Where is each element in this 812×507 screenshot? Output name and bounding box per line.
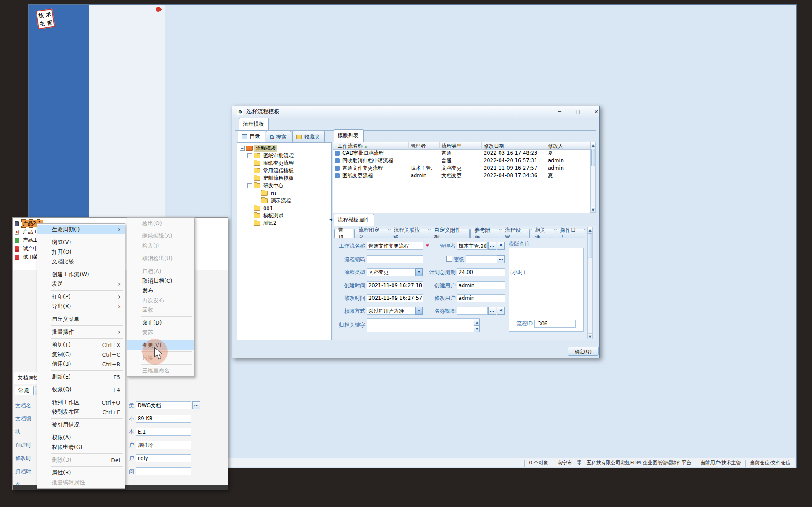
props-inner-tab[interactable]: 流程关联模板	[390, 229, 430, 238]
dialog-tree-expander[interactable]	[247, 183, 252, 188]
submenu-item[interactable]: 取消归档(C)	[127, 276, 194, 286]
menu-item[interactable]: 被引用情况	[37, 420, 125, 430]
doc-prop-picker[interactable]: …	[192, 401, 200, 409]
dialog-tree-item[interactable]: 定制流程模板	[238, 175, 331, 182]
flow-id-field[interactable]: -306	[534, 320, 576, 328]
menu-item[interactable]: 刷新(E) F5	[37, 372, 125, 382]
dialog-tree-item[interactable]: 研发中心	[238, 182, 331, 190]
menu-item[interactable]	[37, 452, 125, 455]
menu-item[interactable]: 导出(X)	[37, 302, 125, 311]
nameview-field[interactable]	[457, 307, 488, 315]
menu-item[interactable]: 批量操作	[37, 327, 125, 337]
collapse-left-icon[interactable]: ◀	[329, 217, 332, 222]
menu-item[interactable]: 自定义菜单	[37, 314, 125, 324]
menu-item[interactable]: 文档比较	[37, 257, 125, 266]
template-list-tab[interactable]: 模版列表	[334, 129, 364, 142]
menu-item[interactable]: 打开(O)	[37, 247, 125, 257]
dialog-panel-tab[interactable]: 目录	[238, 130, 265, 142]
doc-prop-value[interactable]: 施桂玲	[136, 441, 191, 449]
col-flowtype[interactable]: 流程类型	[440, 142, 482, 150]
menu-item[interactable]: 批量编辑属性	[37, 478, 125, 487]
doc-prop-value[interactable]: 89 KB	[136, 415, 191, 423]
menu-item[interactable]	[37, 311, 125, 314]
props-inner-tab[interactable]: 操作日志	[556, 229, 585, 238]
menu-item[interactable]	[37, 382, 125, 385]
props-inner-tab[interactable]: 流程设置	[501, 229, 530, 238]
submenu-item[interactable]: 检出(O)	[127, 219, 194, 228]
submenu-item[interactable]	[127, 315, 194, 318]
menu-item[interactable]	[37, 369, 125, 372]
submenu-item[interactable]	[127, 251, 194, 254]
dialog-maximize-button[interactable]: □	[573, 108, 583, 116]
menu-item[interactable]	[37, 430, 125, 433]
doc-prop-value[interactable]: E.1	[136, 428, 191, 436]
template-row[interactable]: 回收取消归档申请流程 普通 2022-04-20 16:57:31 admin	[333, 157, 596, 164]
dialog-main-tab[interactable]: 流程模板	[239, 118, 269, 130]
menu-item[interactable]: 删除(D) Del	[37, 455, 125, 465]
menu-item[interactable]	[37, 417, 125, 420]
keyword-field[interactable]	[367, 318, 480, 332]
menu-item[interactable]: 浏览(V)	[37, 237, 125, 247]
menu-item[interactable]	[37, 234, 125, 237]
menu-item[interactable]: 打印(P)	[37, 292, 125, 302]
menu-item[interactable]: 转到工作区 Ctrl+Q	[37, 398, 125, 407]
menu-item[interactable]: 剪切(T) Ctrl+X	[37, 340, 125, 350]
workflow-name-field[interactable]: 普通文件变更流程	[367, 242, 423, 250]
props-inner-tab[interactable]: 相关性	[531, 229, 555, 238]
props-inner-tab[interactable]: 常规	[334, 229, 353, 238]
dialog-minimize-button[interactable]: ─	[554, 108, 565, 116]
menu-item[interactable]: 复制(C) Ctrl+C	[37, 350, 125, 359]
nameview-picker-button[interactable]: …	[488, 307, 496, 315]
template-row[interactable]: 图纸变更流程 admin 文档变更 2022-04-08 17:34:36 夏	[333, 172, 596, 179]
submenu-item[interactable]	[127, 228, 194, 231]
menu-item[interactable]: 借用(B) Ctrl+B	[37, 359, 125, 369]
menu-item[interactable]	[37, 324, 125, 327]
col-moddate[interactable]: 修改日期	[482, 142, 546, 150]
submenu-item[interactable]	[127, 337, 194, 340]
submenu-item[interactable]	[127, 363, 194, 366]
modified-field[interactable]: 2021-11-09 16:27:57	[367, 294, 423, 302]
dialog-tree-item[interactable]: 测试2	[238, 219, 331, 227]
doc-prop-value[interactable]: DWG文档	[136, 401, 191, 409]
props-inner-tab[interactable]: 参考附件	[470, 229, 500, 238]
submenu-item[interactable]: 废止(D)	[127, 318, 194, 328]
dialog-tree-item[interactable]: 模板测试	[238, 212, 331, 219]
submenu-item[interactable]: 再次发布	[127, 295, 194, 305]
cycle-field[interactable]: 24.00	[457, 268, 505, 276]
dialog-close-button[interactable]: ×	[591, 108, 602, 116]
props-tab[interactable]: 流程模板属性	[334, 214, 374, 226]
submenu-item[interactable]	[127, 263, 194, 266]
submenu-item[interactable]: 归档(A)	[127, 266, 194, 276]
template-row[interactable]: CAD审批归档流程 普通 2022-03-16 17:48:23 夏	[333, 150, 596, 157]
submenu-item[interactable]: 复苏	[127, 328, 194, 337]
menu-item[interactable]: 属性(R)	[37, 468, 125, 478]
creator-field[interactable]: admin	[457, 281, 505, 289]
remark-box[interactable]	[509, 248, 584, 332]
secret-picker-button[interactable]: …	[497, 255, 505, 263]
col-manager[interactable]: 管理者	[409, 142, 440, 150]
keyword-spinner[interactable]: ▲▼	[474, 319, 480, 332]
submenu-item[interactable]: 发布	[127, 286, 194, 295]
submenu-item[interactable]: 回收	[127, 305, 194, 315]
dialog-tree-item[interactable]: 001	[238, 204, 331, 212]
manager-field[interactable]: 技术主管,admin	[457, 242, 488, 250]
props-inner-tab[interactable]: 自定义附件列	[430, 229, 470, 238]
col-modifier[interactable]: 修改人	[546, 142, 596, 150]
template-list-scrollbar[interactable]: ▲▼	[590, 142, 596, 213]
submenu-item[interactable]: 检入(I)	[127, 241, 194, 251]
flow-code-field[interactable]	[367, 255, 423, 263]
doc-prop-value[interactable]	[136, 467, 191, 475]
submenu-item[interactable]: 继续编辑(A)	[127, 231, 194, 241]
menu-item[interactable]	[37, 266, 125, 270]
nameview-clear-button[interactable]: ×	[497, 307, 505, 315]
dialog-tree-item[interactable]: 图纸变更流程	[238, 160, 331, 167]
dialog-tree-item[interactable]: ru	[238, 190, 331, 197]
menu-item[interactable]: 权限申请(G)	[37, 442, 125, 452]
flow-type-select[interactable]: 文档变更	[367, 268, 423, 276]
dialog-tree-expander[interactable]	[240, 146, 245, 151]
manager-picker-button[interactable]: …	[488, 242, 496, 250]
menu-item[interactable]	[37, 465, 125, 468]
props-scrollbar[interactable]: ▲▼	[587, 227, 593, 339]
menu-item[interactable]: 收藏(Q) F4	[37, 385, 125, 394]
template-list-header[interactable]: 工作流名称 ▲ 管理者 流程类型 修改日期 修改人	[333, 142, 596, 150]
